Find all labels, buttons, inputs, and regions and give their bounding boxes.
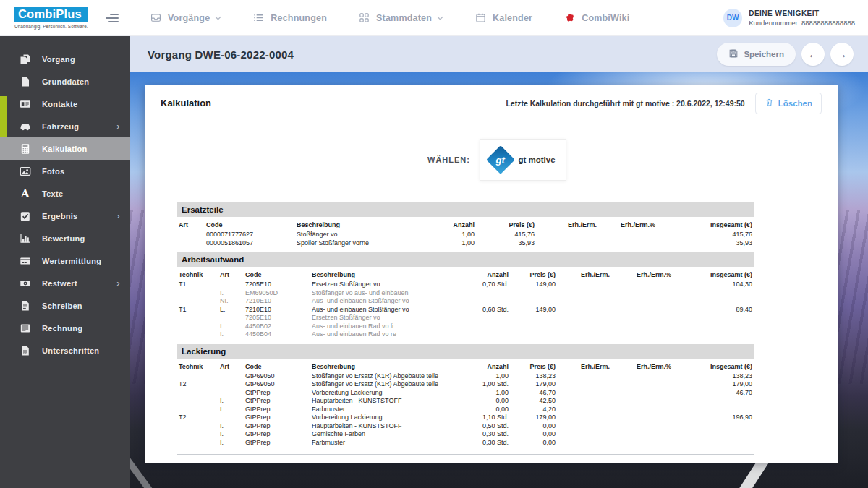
sidebar-item-vorgang[interactable]: Vorgang	[0, 48, 130, 70]
next-button[interactable]: →	[830, 43, 854, 66]
copy-icon	[20, 53, 31, 65]
sidebar-item-kontakte[interactable]: Kontakte	[0, 93, 130, 115]
sidebar-item-label: Wertermittlung	[42, 257, 101, 265]
sidebar-item-ergebnis[interactable]: Ergebnis›	[0, 205, 130, 227]
table-row: GtP69050Stoßfänger vo Ersatz (K1R) Abgeb…	[177, 372, 754, 381]
content-card: Kalkulation Letzte Kalkulation durchgefü…	[145, 85, 838, 463]
photo-icon	[20, 166, 31, 177]
nav-item-rechnungen[interactable]: Rechnungen	[253, 12, 327, 23]
column-header: Preis (€)	[510, 362, 557, 372]
column-header: Beschreibung	[310, 270, 452, 281]
chevron-down-icon	[215, 16, 221, 20]
document-icon	[20, 300, 31, 312]
user-profile[interactable]: DW DEINE WENIGKEIT Kundennummer: 8888888…	[723, 9, 855, 27]
sidebar-item-restwert[interactable]: Restwert›	[0, 272, 130, 294]
column-header: Anzahl	[452, 270, 510, 281]
chevron-right-icon: ›	[116, 121, 120, 131]
sidebar-item-label: Fahrzeug	[42, 122, 79, 131]
nav-item-combiwiki[interactable]: CombiWiki	[564, 12, 629, 23]
sidebar-item-bewertung[interactable]: Bewertung	[0, 227, 130, 249]
provider-gt-motive[interactable]: gt gt motive	[480, 139, 566, 181]
section-header: Arbeitsaufwand	[177, 252, 754, 267]
table-row: 0000051861057Spoiler Stoßfänger vorne1,0…	[177, 239, 754, 248]
table-row: 7205E10Ersetzen Stoßfänger vo	[177, 314, 754, 322]
app-logo[interactable]: CombiPlus Unabhängig. Persönlich. Softwa…	[14, 7, 88, 29]
sidebar-item-texte[interactable]: ATexte	[0, 182, 130, 205]
header-actions: Speichern ← →	[717, 43, 854, 66]
sidebar-item-wertermittlung[interactable]: Wertermittlung	[0, 249, 130, 272]
text-icon: A	[20, 188, 31, 200]
data-table: TechnikArtCodeBeschreibungAnzahlPreis (€…	[177, 362, 754, 448]
user-name: DEINE WENIGKEIT	[749, 9, 855, 17]
sidebar-item-label: Kalkulation	[42, 145, 88, 153]
sidebar-menu: VorgangGrunddatenKontakteFahrzeug›Kalkul…	[0, 48, 130, 361]
table-row: T2GtPPrepVorbereitung Lackierung1,10 Std…	[177, 414, 754, 422]
column-header: Preis (€)	[510, 270, 557, 281]
sidebar-item-grunddaten[interactable]: Grunddaten	[0, 70, 130, 93]
wiki-icon	[564, 12, 575, 23]
table-row: I.GtPPrepGemischte Farben0,30 Std.0,00	[177, 430, 754, 439]
delete-button[interactable]: Löschen	[755, 93, 822, 114]
tables-container: ErsatzteileArtCodeBeschreibungAnzahlPrei…	[177, 202, 754, 455]
arrow-left-icon: ←	[808, 48, 818, 60]
invoice-icon	[20, 322, 31, 334]
table-header-row: ArtCodeBeschreibungAnzahlPreis (€)Erh./E…	[177, 221, 754, 231]
table-header-row: TechnikArtCodeBeschreibungAnzahlPreis (€…	[177, 362, 754, 372]
table-row: NI.7210E10Aus- und einbauen Stoßfänger v…	[177, 297, 754, 306]
chart-icon	[20, 233, 31, 244]
column-header: Beschreibung	[310, 362, 452, 372]
data-table: TechnikArtCodeBeschreibungAnzahlPreis (€…	[177, 270, 754, 339]
nav-item-stammdaten[interactable]: Stammdaten	[359, 12, 443, 23]
sidebar-item-label: Unterschriften	[42, 346, 99, 355]
sidebar-item-label: Fotos	[42, 167, 64, 176]
column-header: Insgesamt (€)	[673, 362, 754, 372]
sidebar-item-rechnung[interactable]: Rechnung	[0, 317, 130, 339]
page-title: Vorgang DWE-06-2022-0004	[148, 48, 294, 61]
nav-item-vorgänge[interactable]: Vorgänge	[150, 12, 221, 23]
chevron-right-icon: ›	[116, 278, 120, 288]
save-button-label: Speichern	[744, 50, 784, 59]
table-section-ersatzteile: ErsatzteileArtCodeBeschreibungAnzahlPrei…	[177, 202, 754, 247]
grid-icon	[359, 12, 370, 23]
sidebar-item-kalkulation[interactable]: Kalkulation	[0, 137, 130, 160]
table-row: I.4450B04Aus- und einbauen Rad vo re	[177, 330, 754, 339]
choose-label: WÄHLEN:	[427, 155, 470, 164]
table-row: T1L.7210E10Aus- und einbauen Stoßfänger …	[177, 306, 754, 314]
app-logo-text: CombiPlus	[14, 7, 88, 22]
sidebar-item-unterschriften[interactable]: Unterschriften	[0, 339, 130, 361]
prev-button[interactable]: ←	[801, 43, 825, 66]
nav-item-label: Kalender	[493, 13, 532, 23]
signature-doc-icon	[20, 345, 31, 356]
nav-item-label: Stammdaten	[376, 13, 432, 23]
page-header: Vorgang DWE-06-2022-0004 Speichern ← →	[130, 36, 868, 72]
list-icon	[253, 12, 264, 23]
nav-item-label: CombiWiki	[582, 13, 629, 23]
column-header: Code	[244, 362, 310, 372]
card-icon	[20, 255, 31, 267]
sidebar-item-fotos[interactable]: Fotos	[0, 160, 130, 182]
column-header: Beschreibung	[295, 221, 425, 231]
column-header: Erh./Erm.%	[611, 270, 673, 281]
sidebar-item-fahrzeug[interactable]: Fahrzeug›	[0, 115, 130, 137]
save-button[interactable]: Speichern	[717, 43, 796, 66]
column-header: Code	[205, 221, 295, 231]
delete-button-label: Löschen	[778, 99, 812, 108]
column-header: Erh./Erm.	[536, 221, 598, 231]
column-header: Anzahl	[452, 362, 510, 372]
table-section-arbeitsaufwand: ArbeitsaufwandTechnikArtCodeBeschreibung…	[177, 252, 754, 339]
brand-zone: CombiPlus Unabhängig. Persönlich. Softwa…	[0, 0, 130, 35]
sidebar-item-label: Grunddaten	[42, 77, 89, 86]
topbar: CombiPlus Unabhängig. Persönlich. Softwa…	[0, 0, 868, 36]
nav-item-kalender[interactable]: Kalender	[475, 12, 532, 23]
sidebar-item-schreiben[interactable]: Schreiben	[0, 294, 130, 317]
gt-logo-text: gt	[496, 155, 505, 166]
chevron-right-icon: ›	[116, 211, 120, 221]
column-header: Erh./Erm.%	[611, 362, 673, 372]
table-row: I.4450B02Aus- und einbauen Rad vo li	[177, 322, 754, 331]
sidebar-item-label: Bewertung	[42, 234, 85, 243]
user-info: DEINE WENIGKEIT Kundennummer: 8888888888…	[749, 9, 855, 27]
column-header: Art	[218, 362, 244, 372]
sidebar-item-label: Vorgang	[42, 55, 75, 64]
menu-toggle-icon[interactable]	[104, 14, 119, 22]
sidebar-item-label: Ergebnis	[42, 212, 77, 221]
